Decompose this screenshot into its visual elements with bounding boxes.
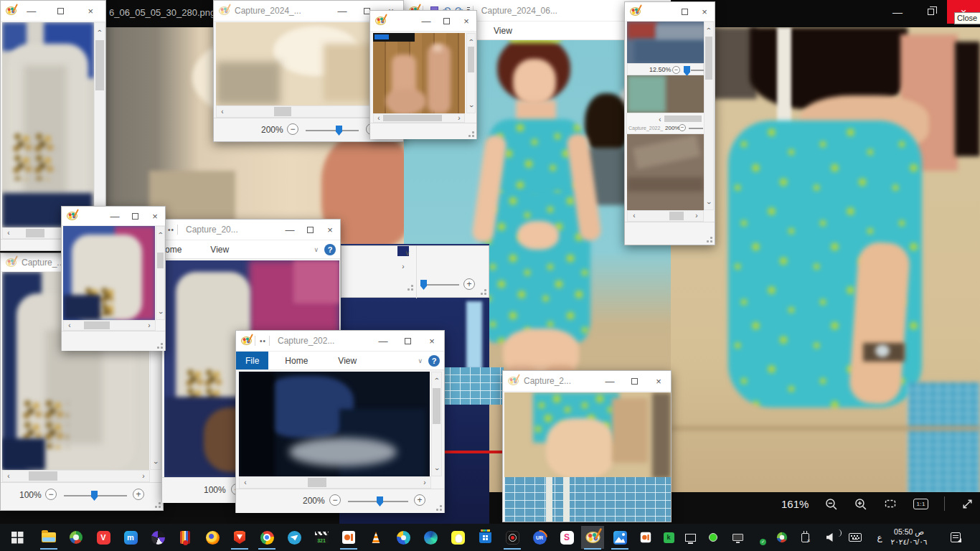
tray-screen-capture[interactable] [637, 529, 654, 546]
taskbar-ur-browser[interactable]: UR [528, 526, 551, 549]
resize-grip[interactable] [154, 501, 161, 508]
horizontal-scrollbar[interactable]: ‹ › [373, 113, 465, 123]
scrollbar-thumb[interactable] [383, 115, 442, 121]
scrollbar-thumb[interactable] [468, 47, 474, 72]
close-button[interactable]: × [320, 220, 340, 240]
scroll-left-icon[interactable]: ‹ [656, 116, 664, 123]
minimize-button[interactable]: — [22, 1, 42, 21]
close-button[interactable]: × [646, 371, 671, 391]
zoom-slider-thumb[interactable] [684, 66, 690, 76]
taskbar-photos[interactable] [608, 526, 631, 549]
zoom-in-icon[interactable] [854, 497, 867, 511]
resize-grip[interactable] [705, 235, 712, 242]
scroll-down-icon[interactable]: › [433, 465, 440, 474]
close-button[interactable]: × [145, 207, 165, 225]
zoom-out-icon[interactable] [824, 497, 838, 511]
taskbar-vlc[interactable] [364, 526, 387, 549]
horizontal-scrollbar[interactable]: ‹ › [627, 210, 704, 222]
zoom-slider-thumb[interactable] [336, 126, 342, 136]
minimize-button[interactable]: — [416, 11, 436, 31]
tab-view[interactable]: View [329, 352, 366, 369]
minimize-button[interactable]: — [371, 331, 395, 351]
scroll-right-icon[interactable]: › [420, 479, 429, 486]
help-button[interactable]: ? [324, 244, 336, 255]
scroll-down-icon[interactable]: ∨ [403, 250, 412, 257]
scrollbar-thumb[interactable] [29, 471, 57, 481]
tab-home[interactable]: ome [162, 240, 191, 258]
taskbar-maxthon[interactable]: m [119, 526, 142, 549]
resize-grip[interactable] [406, 283, 413, 291]
taskbar-paint[interactable] [581, 526, 604, 549]
scroll-up-icon[interactable]: › [468, 36, 475, 44]
horizontal-scrollbar[interactable]: ‹ › [63, 320, 156, 331]
zoom-out-button[interactable]: − [45, 489, 57, 500]
scrollbar-thumb[interactable] [26, 229, 44, 237]
tray-language[interactable]: ع [871, 529, 888, 546]
tray-idm[interactable] [773, 529, 791, 546]
tab-home[interactable]: Home [275, 352, 317, 369]
zoom-out-button[interactable]: − [679, 124, 686, 131]
close-button[interactable]: × [420, 331, 444, 351]
scrollbar-thumb[interactable] [157, 253, 164, 268]
scrollbar-thumb[interactable] [705, 37, 712, 80]
taskbar-browser-swirl[interactable] [146, 526, 169, 549]
scrollbar-thumb[interactable] [433, 388, 440, 424]
maximize-button[interactable] [436, 11, 456, 31]
tray-defender[interactable] [750, 529, 768, 546]
actual-size-icon[interactable]: 1:1 [913, 499, 928, 509]
tray-clock[interactable]: 05:50 ص ٢٠٢٤/٠٦/٠٦ [887, 527, 931, 547]
scroll-down-icon[interactable]: › [705, 199, 712, 207]
taskbar-telegram[interactable] [283, 526, 306, 549]
scroll-up-icon[interactable]: › [705, 24, 712, 33]
maximize-button[interactable] [674, 2, 694, 21]
scroll-left-icon[interactable]: ‹ [4, 473, 13, 480]
zoom-slider-track[interactable] [306, 130, 359, 131]
scroll-down-icon[interactable]: › [157, 309, 164, 317]
ribbon-collapse-icon[interactable]: ∨ [418, 357, 423, 364]
taskbar-file-explorer[interactable] [37, 526, 60, 549]
close-button[interactable]: × [456, 11, 476, 31]
resize-grip[interactable] [467, 130, 474, 137]
scroll-up-icon[interactable]: › [96, 27, 103, 35]
taskbar-edge[interactable] [419, 526, 442, 549]
scroll-down-icon[interactable]: › [152, 458, 159, 467]
ribbon-collapse-icon[interactable]: ∨ [314, 246, 319, 253]
tray-kaspersky[interactable]: k [660, 529, 677, 546]
minimize-button[interactable]: — [598, 371, 622, 391]
scrollbar-thumb[interactable] [669, 212, 684, 220]
tray-status-green[interactable] [705, 529, 722, 546]
zoom-slider-track[interactable] [348, 501, 408, 502]
tab-file[interactable]: File [236, 352, 268, 369]
zoom-in-button[interactable]: + [414, 494, 425, 506]
close-button[interactable]: × [80, 1, 100, 21]
scroll-left-icon[interactable]: ‹ [218, 108, 227, 116]
tray-display[interactable] [729, 529, 746, 546]
vertical-scrollbar[interactable]: › › [431, 372, 442, 476]
scroll-right-icon[interactable]: › [692, 212, 701, 220]
scroll-left-icon[interactable]: ‹ [4, 230, 13, 237]
scroll-left-icon[interactable]: ‹ [241, 479, 250, 486]
scroll-right-icon[interactable]: › [455, 115, 463, 122]
scroll-left-icon[interactable]: ‹ [65, 322, 74, 329]
horizontal-scrollbar[interactable]: ‹ › [239, 476, 431, 489]
scroll-down-icon[interactable]: › [468, 102, 475, 110]
taskbar-idm[interactable] [65, 526, 88, 549]
taskbar-brave[interactable] [228, 526, 251, 549]
vertical-scrollbar[interactable]: › › [704, 22, 714, 210]
scroll-up-icon[interactable]: › [433, 375, 440, 383]
taskbar-firefox[interactable] [201, 526, 224, 549]
minimize-button[interactable]: — [280, 220, 300, 240]
zoom-slider-track[interactable] [689, 128, 703, 129]
taskbar-temp-monitor[interactable] [174, 526, 197, 549]
maximize-button[interactable] [51, 1, 71, 21]
scrollbar-thumb[interactable] [84, 321, 110, 329]
tab-view[interactable]: View [484, 22, 522, 39]
zoom-slider-thumb[interactable] [91, 491, 98, 501]
horizontal-scrollbar[interactable]: ‹ › [2, 470, 150, 482]
scroll-right-icon[interactable]: › [145, 322, 154, 329]
resize-grip[interactable] [435, 504, 442, 511]
tray-network-display[interactable] [682, 529, 699, 546]
tray-volume[interactable] [821, 529, 838, 546]
vertical-scrollbar[interactable]: › › [156, 226, 165, 320]
tray-touch-keyboard[interactable] [847, 529, 864, 546]
